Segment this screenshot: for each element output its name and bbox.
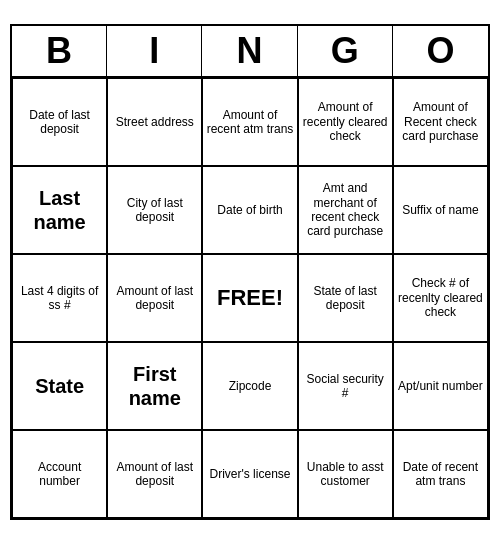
bingo-cell-11: Amount of last deposit [107, 254, 202, 342]
bingo-letter-b: B [12, 26, 107, 76]
bingo-cell-24: Date of recent atm trans [393, 430, 488, 518]
bingo-card: BINGO Date of last depositStreet address… [10, 24, 490, 520]
bingo-cell-17: Zipcode [202, 342, 297, 430]
bingo-cell-16: First name [107, 342, 202, 430]
bingo-cell-0: Date of last deposit [12, 78, 107, 166]
bingo-cell-19: Apt/unit number [393, 342, 488, 430]
bingo-letter-n: N [202, 26, 297, 76]
bingo-cell-8: Amt and merchant of recent check card pu… [298, 166, 393, 254]
bingo-letter-g: G [298, 26, 393, 76]
bingo-cell-21: Amount of last deposit [107, 430, 202, 518]
bingo-cell-13: State of last deposit [298, 254, 393, 342]
bingo-letter-o: O [393, 26, 488, 76]
bingo-cell-9: Suffix of name [393, 166, 488, 254]
bingo-cell-14: Check # of recenlty cleared check [393, 254, 488, 342]
bingo-cell-18: Social security # [298, 342, 393, 430]
bingo-cell-22: Driver's license [202, 430, 297, 518]
bingo-grid: Date of last depositStreet addressAmount… [12, 78, 488, 518]
bingo-cell-7: Date of birth [202, 166, 297, 254]
bingo-letter-i: I [107, 26, 202, 76]
bingo-header: BINGO [12, 26, 488, 78]
bingo-cell-4: Amount of Recent check card purchase [393, 78, 488, 166]
bingo-cell-5: Last name [12, 166, 107, 254]
bingo-cell-20: Account number [12, 430, 107, 518]
bingo-cell-10: Last 4 digits of ss # [12, 254, 107, 342]
bingo-cell-6: City of last deposit [107, 166, 202, 254]
bingo-cell-12: FREE! [202, 254, 297, 342]
bingo-cell-3: Amount of recently cleared check [298, 78, 393, 166]
bingo-cell-1: Street address [107, 78, 202, 166]
bingo-cell-23: Unable to asst customer [298, 430, 393, 518]
bingo-cell-2: Amount of recent atm trans [202, 78, 297, 166]
bingo-cell-15: State [12, 342, 107, 430]
